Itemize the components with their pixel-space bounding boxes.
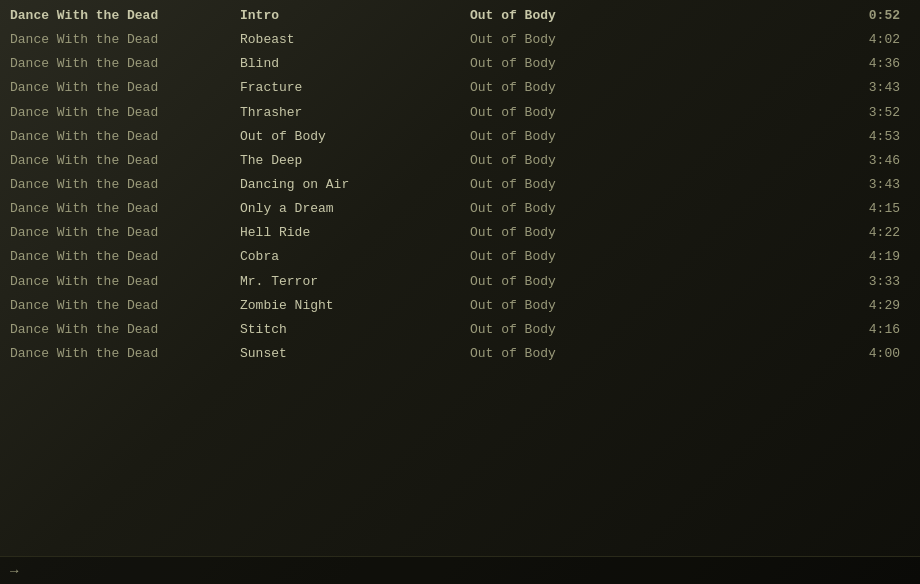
track-album: Out of Body [470, 175, 670, 195]
track-title: Mr. Terror [240, 272, 470, 292]
track-album: Out of Body [470, 78, 670, 98]
track-title: Thrasher [240, 103, 470, 123]
track-artist: Dance With the Dead [10, 247, 240, 267]
track-artist: Dance With the Dead [10, 199, 240, 219]
track-duration: 3:43 [670, 175, 910, 195]
track-album: Out of Body [470, 54, 670, 74]
track-artist: Dance With the Dead [10, 272, 240, 292]
track-title: The Deep [240, 151, 470, 171]
track-album: Out of Body [470, 103, 670, 123]
track-album: Out of Body [470, 127, 670, 147]
track-album: Out of Body [470, 296, 670, 316]
track-title: Blind [240, 54, 470, 74]
track-duration: 3:46 [670, 151, 910, 171]
track-album: Out of Body [470, 272, 670, 292]
table-header: Dance With the Dead Intro Out of Body 0:… [0, 4, 920, 28]
track-artist: Dance With the Dead [10, 54, 240, 74]
track-title: Dancing on Air [240, 175, 470, 195]
track-duration: 4:02 [670, 30, 910, 50]
table-row[interactable]: Dance With the DeadStitchOut of Body4:16 [0, 318, 920, 342]
track-duration: 4:00 [670, 344, 910, 364]
track-artist: Dance With the Dead [10, 30, 240, 50]
track-duration: 4:29 [670, 296, 910, 316]
track-title: Cobra [240, 247, 470, 267]
track-artist: Dance With the Dead [10, 78, 240, 98]
track-duration: 3:43 [670, 78, 910, 98]
track-duration: 4:53 [670, 127, 910, 147]
table-row[interactable]: Dance With the DeadBlindOut of Body4:36 [0, 52, 920, 76]
table-row[interactable]: Dance With the DeadRobeastOut of Body4:0… [0, 28, 920, 52]
track-album: Out of Body [470, 30, 670, 50]
table-row[interactable]: Dance With the DeadDancing on AirOut of … [0, 173, 920, 197]
track-artist: Dance With the Dead [10, 296, 240, 316]
header-artist: Dance With the Dead [10, 6, 240, 26]
track-album: Out of Body [470, 151, 670, 171]
track-title: Robeast [240, 30, 470, 50]
header-track: Intro [240, 6, 470, 26]
track-duration: 4:19 [670, 247, 910, 267]
table-row[interactable]: Dance With the DeadHell RideOut of Body4… [0, 221, 920, 245]
track-title: Out of Body [240, 127, 470, 147]
track-artist: Dance With the Dead [10, 320, 240, 340]
track-artist: Dance With the Dead [10, 151, 240, 171]
track-duration: 3:33 [670, 272, 910, 292]
table-row[interactable]: Dance With the DeadCobraOut of Body4:19 [0, 245, 920, 269]
track-album: Out of Body [470, 344, 670, 364]
table-row[interactable]: Dance With the DeadSunsetOut of Body4:00 [0, 342, 920, 366]
track-duration: 4:36 [670, 54, 910, 74]
track-title: Zombie Night [240, 296, 470, 316]
table-row[interactable]: Dance With the DeadZombie NightOut of Bo… [0, 294, 920, 318]
track-duration: 4:22 [670, 223, 910, 243]
table-row[interactable]: Dance With the DeadThrasherOut of Body3:… [0, 101, 920, 125]
track-artist: Dance With the Dead [10, 127, 240, 147]
track-artist: Dance With the Dead [10, 344, 240, 364]
table-row[interactable]: Dance With the DeadFractureOut of Body3:… [0, 76, 920, 100]
track-album: Out of Body [470, 199, 670, 219]
header-time: 0:52 [670, 6, 910, 26]
track-album: Out of Body [470, 247, 670, 267]
track-artist: Dance With the Dead [10, 103, 240, 123]
track-album: Out of Body [470, 223, 670, 243]
track-duration: 3:52 [670, 103, 910, 123]
table-row[interactable]: Dance With the DeadThe DeepOut of Body3:… [0, 149, 920, 173]
arrow-icon: → [10, 563, 18, 579]
bottom-bar: → [0, 556, 920, 584]
track-album: Out of Body [470, 320, 670, 340]
track-title: Hell Ride [240, 223, 470, 243]
track-artist: Dance With the Dead [10, 175, 240, 195]
track-title: Fracture [240, 78, 470, 98]
header-album: Out of Body [470, 6, 670, 26]
track-title: Stitch [240, 320, 470, 340]
table-row[interactable]: Dance With the DeadOut of BodyOut of Bod… [0, 125, 920, 149]
track-list: Dance With the Dead Intro Out of Body 0:… [0, 0, 920, 370]
track-artist: Dance With the Dead [10, 223, 240, 243]
track-duration: 4:15 [670, 199, 910, 219]
track-title: Sunset [240, 344, 470, 364]
table-row[interactable]: Dance With the DeadOnly a DreamOut of Bo… [0, 197, 920, 221]
track-duration: 4:16 [670, 320, 910, 340]
table-row[interactable]: Dance With the DeadMr. TerrorOut of Body… [0, 270, 920, 294]
track-title: Only a Dream [240, 199, 470, 219]
